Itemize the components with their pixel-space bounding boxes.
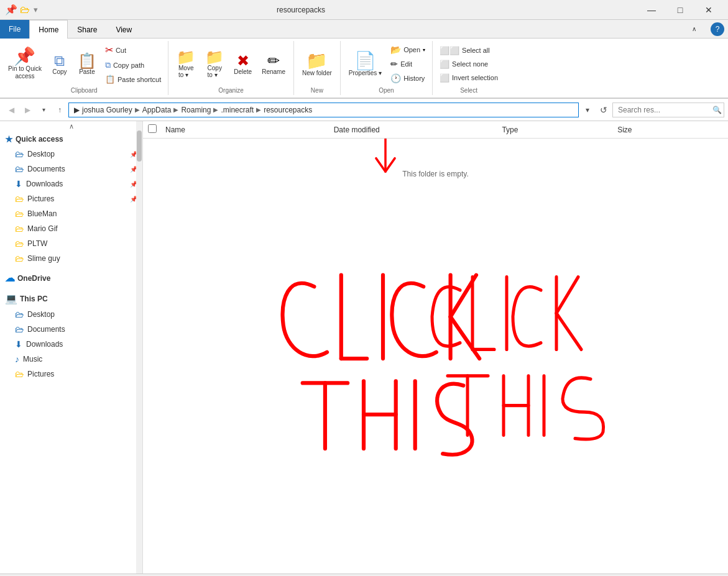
- pin-label: Pin to Quickaccess: [8, 65, 42, 80]
- annotation-drawing: [143, 139, 728, 574]
- sidebar-blueman-label: BlueMan: [27, 209, 57, 218]
- rename-button[interactable]: ✏ Rename: [257, 52, 290, 77]
- pin-to-quick-access-button[interactable]: 📌 Pin to Quickaccess: [4, 46, 46, 82]
- address-path[interactable]: ▶ joshua Gourley ▶ AppData ▶ Roaming ▶ .…: [68, 103, 579, 117]
- path-segment-0[interactable]: ▶: [74, 106, 80, 114]
- column-header-date[interactable]: Date modified: [329, 126, 497, 134]
- move-to-button[interactable]: 📁 Moveto ▾: [172, 48, 200, 80]
- ribbon-collapse-button[interactable]: ∧: [680, 19, 708, 39]
- file-panel: Name Date modified Type Size This folder…: [143, 121, 728, 574]
- recent-locations-button[interactable]: ▾: [36, 103, 51, 117]
- svg-line-9: [556, 313, 581, 349]
- edit-button[interactable]: ✏ Edit: [387, 57, 428, 71]
- path-segment-username[interactable]: joshua Gourley: [82, 106, 132, 114]
- open-button[interactable]: 📂 Open ▾: [387, 43, 428, 57]
- history-button[interactable]: 🕐 History: [387, 71, 428, 85]
- downloads-pc-folder-icon: ⬇: [15, 339, 22, 349]
- history-label: History: [403, 75, 425, 82]
- sidebar-item-pictures-qa[interactable]: 🗁 Pictures 📌: [0, 191, 142, 206]
- sidebar-item-blueman[interactable]: 🗁 BlueMan: [0, 206, 142, 221]
- history-icon: 🕐: [390, 73, 401, 83]
- clipboard-group-label: Clipboard: [4, 86, 164, 94]
- desktop-folder-icon: 🗁: [15, 149, 24, 159]
- new-folder-label: New folder: [302, 70, 332, 76]
- sidebar-item-desktop-qa[interactable]: 🗁 Desktop 📌: [0, 147, 142, 162]
- copy-button[interactable]: ⧉ Copy: [47, 52, 72, 77]
- sidebar-desktop-label-qa: Desktop: [27, 150, 55, 158]
- help-button[interactable]: ?: [711, 22, 724, 36]
- mariogif-folder-icon: 🗁: [15, 224, 24, 234]
- path-segment-appdata[interactable]: AppData: [142, 106, 172, 114]
- delete-button[interactable]: ✖ Delete: [229, 52, 256, 77]
- select-none-label: Select none: [452, 60, 488, 68]
- close-button[interactable]: ✕: [694, 0, 723, 20]
- tab-home[interactable]: Home: [29, 20, 68, 39]
- file-area: This folder is empty.: [143, 139, 728, 574]
- up-button[interactable]: ↑: [52, 103, 67, 117]
- path-segment-roaming[interactable]: Roaming: [181, 106, 211, 114]
- sidebar-onedrive[interactable]: ☁ OneDrive: [0, 270, 142, 286]
- path-segment-resourcepacks[interactable]: resourcepacks: [264, 106, 312, 114]
- sidebar-item-desktop-pc[interactable]: 🗁 Desktop: [0, 307, 142, 322]
- sidebar-scroll-up-arrow[interactable]: ∧: [0, 121, 142, 132]
- sidebar-pltw-label: PLTW: [27, 239, 47, 248]
- copy-to-icon: 📁: [205, 50, 224, 65]
- check-all[interactable]: [148, 124, 160, 135]
- dropdown-path-button[interactable]: ▾: [580, 103, 595, 117]
- delete-label: Delete: [234, 68, 252, 75]
- new-group-label: New: [298, 86, 336, 94]
- select-all-checkbox[interactable]: [148, 124, 157, 133]
- sidebar-desktop-label-pc: Desktop: [27, 310, 55, 319]
- sidebar-item-documents-pc[interactable]: 🗁 Documents: [0, 322, 142, 337]
- minimize-button[interactable]: —: [637, 0, 666, 20]
- pltw-folder-icon: 🗁: [15, 239, 24, 249]
- refresh-button[interactable]: ↺: [596, 103, 611, 117]
- sidebar-mariogif-label: Mario Gif: [27, 224, 58, 233]
- ribbon-tabs: File Home Share View ∧ ?: [0, 20, 728, 39]
- ribbon-content: 📌 Pin to Quickaccess ⧉ Copy 📋 Paste ✂: [0, 39, 728, 98]
- select-all-button[interactable]: ⬜⬜ Select all: [436, 44, 501, 57]
- sidebar-item-music-pc[interactable]: ♪ Music: [0, 352, 142, 367]
- tab-file-label: File: [9, 25, 21, 34]
- ribbon-group-open: 📄 Properties ▾ 📂 Open ▾ ✏ Edit 🕐: [341, 41, 433, 95]
- invert-selection-button[interactable]: ⬜ Invert selection: [436, 71, 501, 85]
- sidebar-item-slimeguy[interactable]: 🗁 Slime guy: [0, 251, 142, 266]
- cut-button[interactable]: ✂ Cut: [102, 42, 164, 58]
- sidebar-item-downloads-qa[interactable]: ⬇ Downloads 📌: [0, 176, 142, 191]
- search-input[interactable]: [612, 103, 724, 117]
- sidebar-item-pictures-pc[interactable]: 🗁 Pictures: [0, 367, 142, 382]
- copy-to-button[interactable]: 📁 Copyto ▾: [201, 48, 228, 80]
- sidebar-thispc[interactable]: 💻 This PC: [0, 290, 142, 307]
- sidebar-quick-access[interactable]: ★ Quick access: [0, 132, 142, 147]
- copy-to-label: Copyto ▾: [208, 65, 222, 78]
- tab-file[interactable]: File: [0, 20, 29, 39]
- column-header-name[interactable]: Name: [160, 126, 329, 134]
- paste-shortcut-button[interactable]: 📋 Paste shortcut: [102, 73, 164, 86]
- column-header-type[interactable]: Type: [497, 126, 612, 134]
- search-container: 🔍: [612, 103, 724, 117]
- copy-path-button[interactable]: ⧉ Copy path: [102, 58, 164, 72]
- sidebar-item-mariogif[interactable]: 🗁 Mario Gif: [0, 221, 142, 236]
- tab-view[interactable]: View: [106, 20, 141, 39]
- status-bar: 0 items ▤ ⊞: [0, 574, 728, 576]
- sidebar-slimeguy-label: Slime guy: [27, 254, 60, 263]
- properties-button[interactable]: 📄 Properties ▾: [344, 50, 386, 78]
- sidebar-item-pltw[interactable]: 🗁 PLTW: [0, 236, 142, 251]
- onedrive-icon: ☁: [5, 272, 15, 284]
- open-label: Open: [403, 46, 420, 53]
- svg-line-26: [451, 275, 476, 317]
- column-header-size[interactable]: Size: [612, 126, 728, 134]
- sidebar-item-documents-qa[interactable]: 🗁 Documents 📌: [0, 162, 142, 176]
- sidebar-item-downloads-pc[interactable]: ⬇ Downloads: [0, 337, 142, 352]
- new-folder-button[interactable]: 📁 New folder: [298, 50, 336, 78]
- paste-button[interactable]: 📋 Paste: [73, 52, 101, 77]
- path-segment-minecraft[interactable]: .minecraft: [221, 106, 254, 114]
- address-bar: ◀ ▶ ▾ ↑ ▶ joshua Gourley ▶ AppData ▶ Roa…: [0, 99, 728, 121]
- sidebar-scroll-thumb[interactable]: [137, 130, 142, 162]
- tab-share[interactable]: Share: [68, 20, 106, 39]
- forward-button[interactable]: ▶: [20, 103, 35, 117]
- maximize-button[interactable]: □: [666, 0, 694, 20]
- select-none-button[interactable]: ⬜ Select none: [436, 58, 501, 71]
- back-button[interactable]: ◀: [4, 103, 19, 117]
- sidebar-scrollbar[interactable]: [136, 121, 142, 574]
